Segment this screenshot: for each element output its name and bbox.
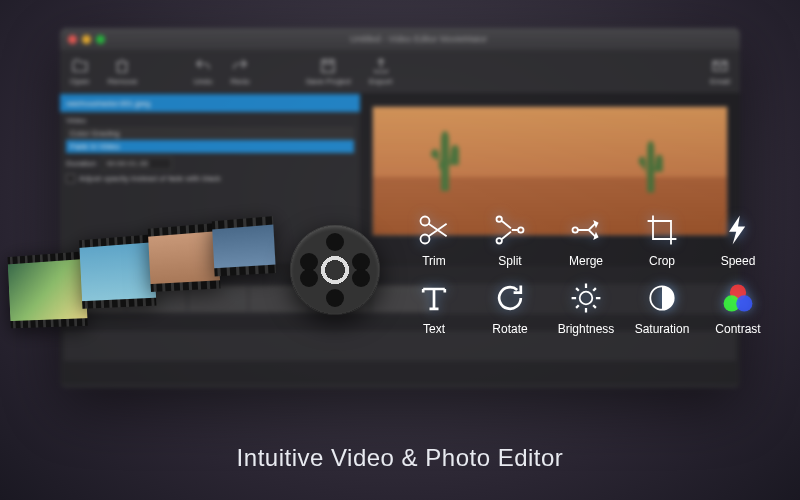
duration-label: Duration — [66, 159, 96, 168]
lightning-icon — [718, 210, 758, 250]
svg-point-8 — [580, 292, 593, 305]
opacity-checkbox-row[interactable]: Adjust opacity instead of fade with blac… — [66, 174, 354, 183]
rotate-icon — [490, 278, 530, 318]
feature-rotate: Rotate — [476, 278, 544, 342]
email-button[interactable]: Email — [710, 57, 730, 86]
svg-point-5 — [497, 238, 502, 243]
rgb-circles-icon — [718, 278, 758, 318]
effect-item[interactable]: Color Grading — [66, 127, 354, 140]
feature-speed: Speed — [704, 210, 772, 274]
svg-point-2 — [421, 235, 430, 244]
sun-icon — [566, 278, 606, 318]
feature-brightness: Brightness — [552, 278, 620, 342]
svg-point-3 — [421, 217, 430, 226]
svg-point-12 — [736, 295, 752, 311]
crop-icon — [642, 210, 682, 250]
feature-text: Text — [400, 278, 468, 342]
remove-button[interactable]: Remove — [108, 57, 138, 86]
feature-saturation: Saturation — [628, 278, 696, 342]
film-reel-icon — [290, 225, 380, 315]
scissors-icon — [414, 210, 454, 250]
merge-icon — [566, 210, 606, 250]
duration-input[interactable] — [102, 157, 172, 170]
redo-button[interactable]: Redo — [231, 57, 250, 86]
feature-trim: Trim — [400, 210, 468, 274]
tagline: Intuitive Video & Photo Editor — [0, 444, 800, 472]
svg-point-6 — [518, 227, 523, 232]
feature-merge: Merge — [552, 210, 620, 274]
film-frame — [148, 223, 221, 292]
open-button[interactable]: Open — [70, 57, 90, 86]
save-project-button[interactable]: Save Project — [306, 57, 351, 86]
effect-item[interactable]: Fade In Video — [66, 140, 354, 153]
svg-point-4 — [497, 217, 502, 222]
titlebar: Untitled - Video Editor MovieMator — [60, 28, 740, 50]
text-icon — [414, 278, 454, 318]
export-button[interactable]: Export — [369, 57, 392, 86]
film-frame — [212, 216, 276, 276]
split-icon — [490, 210, 530, 250]
maximize-icon[interactable] — [96, 35, 105, 44]
toolbar: Open Remove Undo Redo Save Project Expor… — [60, 50, 740, 94]
undo-button[interactable]: Undo — [193, 57, 212, 86]
svg-rect-0 — [322, 60, 334, 72]
feature-split: Split — [476, 210, 544, 274]
video-section-label: Video — [66, 116, 354, 125]
window-title: Untitled - Video Editor MovieMator — [105, 34, 732, 44]
panel-tab[interactable]: xaizhoushadui-001.jpeg — [60, 94, 360, 112]
checkbox-icon[interactable] — [66, 174, 75, 183]
film-frame — [7, 251, 87, 328]
feature-grid: Trim Split Merge Crop Speed Text Rotate … — [400, 210, 772, 342]
minimize-icon[interactable] — [82, 35, 91, 44]
close-icon[interactable] — [68, 35, 77, 44]
feature-crop: Crop — [628, 210, 696, 274]
half-circle-icon — [642, 278, 682, 318]
film-frame — [79, 234, 156, 308]
feature-contrast: Contrast — [704, 278, 772, 342]
